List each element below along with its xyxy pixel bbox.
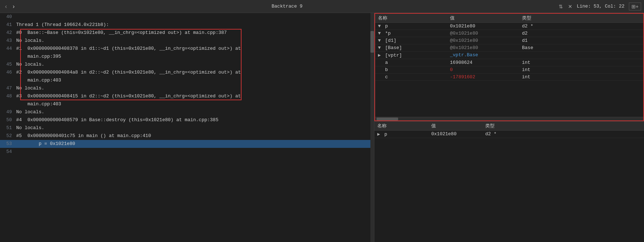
line-content: #3 0x0000000000408415 in d2::~d2 (this=0…	[16, 92, 374, 100]
var-value: @0x1021e80	[447, 37, 519, 44]
scroll-thumb[interactable]	[370, 31, 374, 53]
line-number: 46	[0, 69, 16, 76]
table-row: 53 p = 0x1021e80	[0, 140, 374, 148]
line-content: #1 0x0000000000408378 in d1::~d1 (this=0…	[16, 45, 374, 53]
line-number: 54	[0, 148, 16, 156]
var-type: int	[519, 59, 643, 66]
table-row: main.cpp:395	[0, 53, 374, 61]
table-row: 43 No locals.	[0, 37, 374, 45]
var-name: ▼ p	[375, 23, 447, 30]
next-button[interactable]: ›	[10, 3, 17, 10]
line-number: 48	[0, 92, 16, 100]
tree-toggle[interactable]: ▶	[378, 52, 382, 58]
nav-buttons: ‹ ›	[3, 3, 17, 10]
hscrollbar[interactable]	[375, 117, 643, 120]
table-row: 49 No locals.	[0, 108, 374, 116]
table-row: c -17891602 int	[375, 74, 643, 81]
vertical-scrollbar[interactable]	[370, 13, 374, 242]
vars-bottom-pane[interactable]: 名称 值 类型 ▶ p 0x1021e80 d2 *	[374, 122, 644, 242]
line-number: 51	[0, 124, 16, 132]
line-number: 45	[0, 61, 16, 69]
tree-toggle	[378, 74, 382, 80]
table-row: ▶ [vptr] _vptr.Base	[375, 52, 643, 59]
var-value: 0	[447, 66, 519, 74]
var-type	[519, 52, 643, 59]
line-content: No locals.	[16, 108, 374, 116]
line-number: 50	[0, 116, 16, 124]
line-content: No locals.	[16, 37, 374, 45]
table-row: ▼ [d1] @0x1021e80 d1	[375, 37, 643, 44]
col-header-name: 名称	[374, 122, 428, 131]
var-type: d2	[519, 30, 643, 37]
table-row: 54	[0, 148, 374, 156]
table-row: 46 #2 0x00000000004084a8 in d2::~d2 (thi…	[0, 69, 374, 76]
col-header-value: 值	[447, 14, 519, 23]
main-content: 40 41 Thread 1 (Thread 106624.0x221b8): …	[0, 13, 644, 242]
table-row: 48 #3 0x0000000000408415 in d2::~d2 (thi…	[0, 92, 374, 100]
table-row: main.cpp:403	[0, 76, 374, 84]
line-number: 52	[0, 132, 16, 140]
line-content: main.cpp:403	[16, 100, 374, 108]
table-row: 50 #4 0x0000000000408579 in Base::destro…	[0, 116, 374, 124]
line-content: main.cpp:403	[16, 76, 374, 84]
line-number: 40	[0, 13, 16, 21]
table-row: 51 No locals.	[0, 124, 374, 132]
var-type: int	[519, 74, 643, 81]
var-name: ▼ [Base]	[375, 44, 447, 52]
tree-toggle[interactable]: ▼	[378, 38, 382, 43]
line-content: No locals.	[16, 124, 374, 132]
vars-top-table: 名称 值 类型 ▼ p 0x1021e80 d2 *	[375, 14, 643, 81]
var-value: @0x1021e80	[447, 30, 519, 37]
tree-toggle[interactable]: ▶	[377, 131, 382, 137]
toolbar-controls: ⇅ ✕	[557, 3, 574, 10]
line-number: 53	[0, 140, 16, 148]
tree-toggle[interactable]: ▼	[378, 45, 382, 50]
var-name: ▼ [d1]	[375, 37, 447, 44]
line-number: 41	[0, 21, 16, 29]
line-number: 49	[0, 108, 16, 116]
line-content: #2 0x00000000004084a8 in d2::~d2 (this=0…	[16, 69, 374, 76]
line-content: Thread 1 (Thread 106624.0x221b8):	[16, 21, 374, 29]
split-button[interactable]: ⊞+	[629, 3, 641, 10]
hscroll-thumb[interactable]	[377, 118, 398, 120]
col-header-type: 类型	[519, 14, 643, 23]
table-row: 40	[0, 13, 374, 21]
vars-top-scroll[interactable]: 名称 值 类型 ▼ p 0x1021e80 d2 *	[375, 14, 643, 117]
table-row: 42 #0 Base::~Base (this=0x1021e80, __in_…	[0, 29, 374, 37]
table-row: b 0 int	[375, 66, 643, 74]
line-number: 44	[0, 45, 16, 53]
var-name: a	[375, 59, 447, 66]
close-button[interactable]: ✕	[567, 3, 574, 10]
toolbar-right: Line: 53, Col: 22 ⊞+	[577, 3, 641, 10]
reorder-button[interactable]: ⇅	[557, 3, 564, 10]
tree-toggle[interactable]: ▼	[378, 23, 382, 29]
var-type: d2 *	[519, 23, 643, 30]
var-type: int	[519, 66, 643, 74]
col-header-type: 类型	[482, 122, 644, 131]
tree-toggle[interactable]: ▼	[378, 31, 382, 36]
prev-button[interactable]: ‹	[3, 3, 9, 10]
table-row: 52 #5 0x000000000401c75 in main () at ma…	[0, 132, 374, 140]
table-row: 45 No locals.	[0, 61, 374, 69]
var-name: c	[375, 74, 447, 81]
table-row: ▼ [Base] @0x1021e80 Base	[375, 44, 643, 52]
line-number: 47	[0, 84, 16, 92]
line-number: 43	[0, 37, 16, 45]
table-row: 47 No locals.	[0, 84, 374, 92]
table-row: 41 Thread 1 (Thread 106624.0x221b8):	[0, 21, 374, 29]
backtrace-panel: 40 41 Thread 1 (Thread 106624.0x221b8): …	[0, 13, 374, 242]
table-row: ▶ p 0x1021e80 d2 *	[374, 131, 644, 138]
line-content: p = 0x1021e80	[16, 140, 374, 148]
var-name: ▼ *p	[375, 30, 447, 37]
var-name: b	[375, 66, 447, 74]
line-number: 42	[0, 29, 16, 37]
code-area[interactable]: 40 41 Thread 1 (Thread 106624.0x221b8): …	[0, 13, 374, 242]
line-content: main.cpp:395	[16, 53, 374, 61]
col-header-value: 值	[428, 122, 482, 131]
var-value: @0x1021e80	[447, 44, 519, 52]
table-row: 44 #1 0x0000000000408378 in d1::~d1 (thi…	[0, 45, 374, 53]
line-content: No locals.	[16, 61, 374, 69]
table-row: ▼ p 0x1021e80 d2 *	[375, 23, 643, 30]
var-type: d2 *	[482, 131, 644, 138]
var-name: ▶ [vptr]	[375, 52, 447, 59]
